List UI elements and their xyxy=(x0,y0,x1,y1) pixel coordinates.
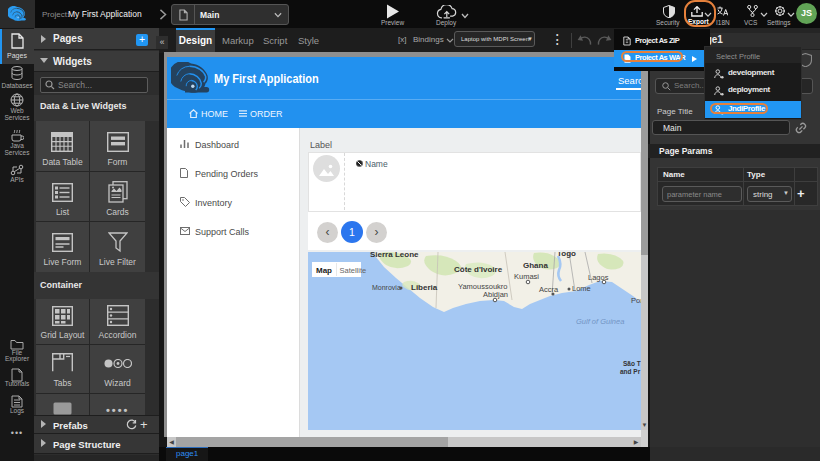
svg-text:Ghana: Ghana xyxy=(523,261,548,270)
svg-text:Port: Port xyxy=(631,296,641,305)
svg-text:São T: São T xyxy=(623,360,641,367)
svg-text:Map: Map xyxy=(316,266,332,275)
svg-text:Abidjan: Abidjan xyxy=(483,290,508,299)
svg-text:Accra: Accra xyxy=(539,285,559,294)
svg-text:Liberia: Liberia xyxy=(411,283,438,292)
svg-text:Satellite: Satellite xyxy=(340,266,367,275)
svg-text:Gulf of Guinea: Gulf of Guinea xyxy=(576,317,624,326)
svg-text:Kumasi: Kumasi xyxy=(514,272,539,281)
svg-text:and Pr: and Pr xyxy=(620,368,641,375)
svg-text:Monrovia: Monrovia xyxy=(372,284,401,291)
svg-text:Lome: Lome xyxy=(572,284,591,293)
svg-text:Togo: Togo xyxy=(557,252,576,258)
svg-text:Sierra Leone: Sierra Leone xyxy=(370,252,419,259)
svg-text:Côte d'Ivoire: Côte d'Ivoire xyxy=(454,265,503,274)
